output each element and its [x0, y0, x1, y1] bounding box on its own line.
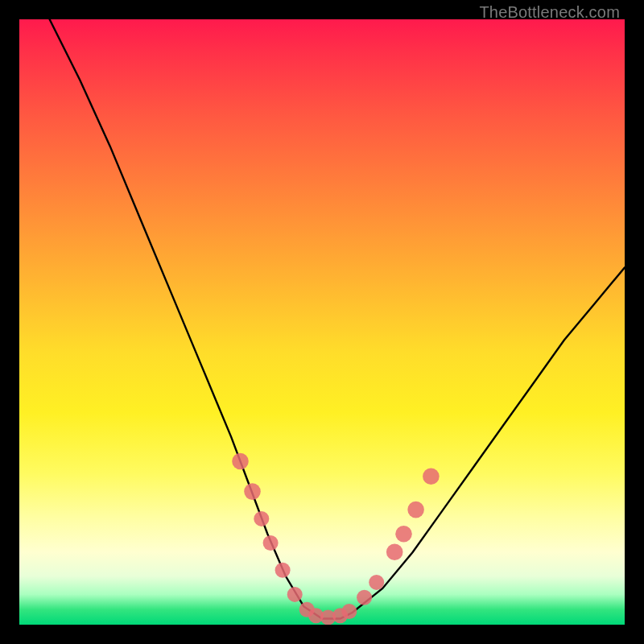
chart-marker: [332, 608, 348, 623]
chart-marker: [320, 610, 336, 625]
chart-marker: [244, 483, 261, 500]
chart-marker: [357, 590, 372, 605]
chart-marker: [232, 453, 249, 470]
chart-marker: [423, 469, 440, 485]
chart-svg: [19, 19, 625, 625]
chart-marker: [299, 602, 315, 617]
bottleneck-curve: [50, 19, 625, 619]
chart-markers: [232, 453, 440, 625]
chart-marker: [275, 563, 291, 578]
chart-marker: [341, 604, 357, 619]
chart-marker: [395, 526, 412, 543]
chart-marker: [407, 502, 424, 518]
chart-marker: [369, 575, 384, 590]
chart-marker: [263, 535, 279, 551]
chart-marker: [254, 511, 269, 526]
chart-marker: [386, 544, 403, 561]
chart-marker: [287, 587, 303, 602]
chart-plot-area: [19, 19, 625, 625]
watermark-text: TheBottleneck.com: [479, 3, 620, 22]
chart-marker: [308, 608, 324, 623]
